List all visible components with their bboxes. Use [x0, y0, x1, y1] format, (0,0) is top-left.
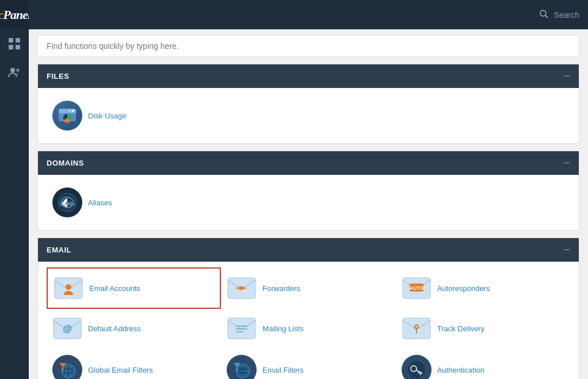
domains-header: DOMAINS −: [38, 151, 579, 175]
aliases-item[interactable]: .com .com Aliases: [47, 181, 570, 224]
mailing-lists-icon: [227, 316, 257, 341]
disk-usage-label: Disk Usage: [88, 112, 126, 120]
default-address-item[interactable]: @ Default Address: [47, 309, 221, 348]
topbar: Search: [29, 0, 588, 29]
domains-collapse-icon[interactable]: −: [564, 157, 570, 169]
email-collapse-icon[interactable]: −: [564, 244, 570, 256]
domains-title: DOMAINS: [47, 159, 84, 167]
mailing-lists-item[interactable]: Mailing Lists: [221, 309, 395, 348]
domains-body: .com .com Aliases: [38, 175, 579, 230]
aliases-label: Aliases: [88, 198, 112, 207]
global-email-filters-item[interactable]: Global Email Filters: [47, 348, 221, 379]
track-delivery-label: Track Delivery: [437, 324, 485, 333]
svg-line-7: [545, 16, 548, 18]
files-title: FILES: [47, 72, 69, 81]
cpanel-logo-text: cPanel: [0, 7, 30, 22]
svg-point-10: [72, 110, 74, 112]
autoresponders-icon: AUTO: [402, 275, 432, 301]
topbar-search-icon: [539, 9, 548, 21]
sidebar: cPanel: [0, 0, 29, 379]
forwarders-icon: [227, 275, 257, 301]
email-filters-item[interactable]: Email Filters: [221, 348, 395, 379]
email-title: EMAIL: [47, 246, 71, 254]
sidebar-logo: cPanel: [0, 0, 29, 29]
authentication-label: Authentication: [437, 366, 484, 374]
disk-usage-icon: [52, 101, 82, 131]
domains-section: DOMAINS − .com: [37, 151, 579, 231]
aliases-icon: .com .com: [52, 187, 82, 217]
svg-text:AUTO: AUTO: [409, 285, 423, 291]
svg-rect-2: [9, 45, 13, 49]
svg-rect-1: [16, 38, 20, 43]
global-email-filters-icon: [52, 355, 82, 379]
email-accounts-item[interactable]: Email Accounts: [47, 267, 221, 309]
sidebar-item-grid[interactable]: [0, 29, 29, 58]
global-email-filters-label: Global Email Filters: [88, 366, 153, 374]
track-delivery-icon: [402, 316, 432, 341]
forwarders-label: Forwarders: [262, 284, 300, 293]
svg-point-28: [415, 326, 417, 328]
mailing-lists-label: Mailing Lists: [262, 324, 304, 333]
email-grid: Email Accounts: [47, 267, 570, 379]
grid-icon: [8, 37, 21, 50]
svg-point-6: [540, 10, 546, 16]
users-icon: [8, 66, 21, 79]
content-area: FILES −: [29, 29, 588, 379]
email-accounts-label: Email Accounts: [89, 284, 140, 293]
files-body: Disk Usage: [38, 88, 579, 143]
svg-point-18: [66, 284, 71, 290]
files-header: FILES −: [38, 64, 579, 88]
email-body: Email Accounts: [38, 262, 579, 379]
email-filters-icon: [227, 355, 257, 379]
svg-point-4: [10, 68, 15, 72]
email-accounts-icon: [54, 275, 83, 301]
forwarders-item[interactable]: Forwarders: [221, 267, 395, 309]
email-filters-label: Email Filters: [262, 366, 304, 374]
topbar-search-label: Search: [554, 10, 579, 20]
files-section: FILES −: [37, 64, 579, 144]
email-section: EMAIL −: [37, 238, 579, 379]
sidebar-item-users[interactable]: [0, 58, 29, 87]
svg-rect-3: [16, 45, 20, 49]
disk-usage-item[interactable]: Disk Usage: [47, 94, 570, 137]
files-collapse-icon[interactable]: −: [564, 70, 570, 82]
default-address-label: Default Address: [88, 324, 141, 333]
search-input[interactable]: [37, 35, 579, 57]
default-address-icon: @: [52, 316, 82, 341]
track-delivery-item[interactable]: Track Delivery: [396, 309, 570, 348]
svg-text:@: @: [63, 324, 72, 334]
autoresponders-label: Autoresponders: [437, 284, 490, 293]
svg-rect-0: [9, 38, 13, 43]
email-header: EMAIL −: [38, 238, 579, 262]
svg-text:.com: .com: [64, 200, 77, 206]
svg-point-5: [16, 68, 20, 72]
autoresponders-item[interactable]: AUTO Autoresponders: [396, 267, 570, 309]
authentication-item[interactable]: Authentication: [396, 348, 570, 379]
main-area: Search FILES −: [29, 0, 588, 379]
svg-point-11: [68, 110, 71, 112]
authentication-icon: [402, 355, 432, 379]
